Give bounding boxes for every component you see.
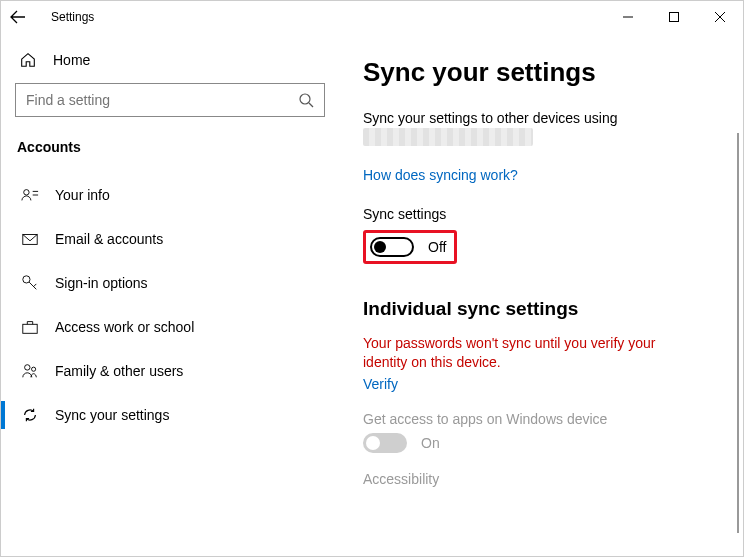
svg-point-11 <box>32 367 36 371</box>
accessibility-label: Accessibility <box>363 471 733 487</box>
svg-line-3 <box>309 103 313 107</box>
settings-window: Settings Home Accounts <box>0 0 744 557</box>
nav-access-work-school[interactable]: Access work or school <box>15 305 325 349</box>
svg-point-10 <box>25 365 30 370</box>
minimize-button[interactable] <box>605 1 651 33</box>
nav-label: Access work or school <box>55 319 194 335</box>
window-controls <box>605 1 743 33</box>
mail-icon <box>21 230 39 248</box>
svg-point-8 <box>23 276 30 283</box>
main-panel: Sync your settings Sync your settings to… <box>339 33 743 556</box>
minimize-icon <box>623 12 633 22</box>
sync-toggle-state: Off <box>428 239 446 255</box>
sync-toggle-highlight: Off <box>363 230 457 264</box>
back-arrow-icon <box>10 9 26 25</box>
search-icon <box>298 92 314 108</box>
close-button[interactable] <box>697 1 743 33</box>
people-icon <box>21 362 39 380</box>
back-button[interactable] <box>9 8 27 26</box>
sync-icon <box>21 406 39 424</box>
page-title: Sync your settings <box>363 57 733 88</box>
nav-your-info[interactable]: Your info <box>15 173 325 217</box>
briefcase-icon <box>21 318 39 336</box>
svg-rect-9 <box>23 324 37 333</box>
app-title: Settings <box>51 10 94 24</box>
sync-description: Sync your settings to other devices usin… <box>363 110 733 126</box>
nav-label: Family & other users <box>55 363 183 379</box>
titlebar: Settings <box>1 1 743 33</box>
apps-toggle <box>363 433 407 453</box>
search-input[interactable] <box>26 92 298 108</box>
apps-access-label: Get access to apps on Windows device <box>363 411 733 427</box>
sync-toggle[interactable] <box>370 237 414 257</box>
svg-point-4 <box>24 190 29 195</box>
home-label: Home <box>53 52 90 68</box>
titlebar-left: Settings <box>9 8 94 26</box>
nav-family-users[interactable]: Family & other users <box>15 349 325 393</box>
home-nav[interactable]: Home <box>15 45 325 83</box>
sidebar: Home Accounts Your info Email & accounts… <box>1 33 339 556</box>
sync-settings-label: Sync settings <box>363 206 733 222</box>
maximize-button[interactable] <box>651 1 697 33</box>
how-syncing-works-link[interactable]: How does syncing work? <box>363 167 518 183</box>
individual-sync-title: Individual sync settings <box>363 298 733 320</box>
nav-sync-settings[interactable]: Sync your settings <box>15 393 325 437</box>
password-sync-warning: Your passwords won't sync until you veri… <box>363 334 663 372</box>
nav-label: Sign-in options <box>55 275 148 291</box>
verify-link[interactable]: Verify <box>363 376 398 392</box>
account-identity-redacted <box>363 128 533 146</box>
close-icon <box>715 12 725 22</box>
svg-rect-1 <box>670 13 679 22</box>
nav-label: Sync your settings <box>55 407 169 423</box>
key-icon <box>21 274 39 292</box>
home-icon <box>19 51 37 69</box>
svg-point-2 <box>300 94 310 104</box>
content-area: Home Accounts Your info Email & accounts… <box>1 33 743 556</box>
maximize-icon <box>669 12 679 22</box>
apps-toggle-state: On <box>421 435 440 451</box>
apps-toggle-row: On <box>363 433 733 453</box>
scrollbar[interactable] <box>737 133 739 533</box>
person-card-icon <box>21 186 39 204</box>
nav-label: Your info <box>55 187 110 203</box>
nav-label: Email & accounts <box>55 231 163 247</box>
search-box[interactable] <box>15 83 325 117</box>
nav-signin-options[interactable]: Sign-in options <box>15 261 325 305</box>
nav-email-accounts[interactable]: Email & accounts <box>15 217 325 261</box>
category-label: Accounts <box>17 139 325 155</box>
sync-toggle-row: Off <box>370 237 446 257</box>
